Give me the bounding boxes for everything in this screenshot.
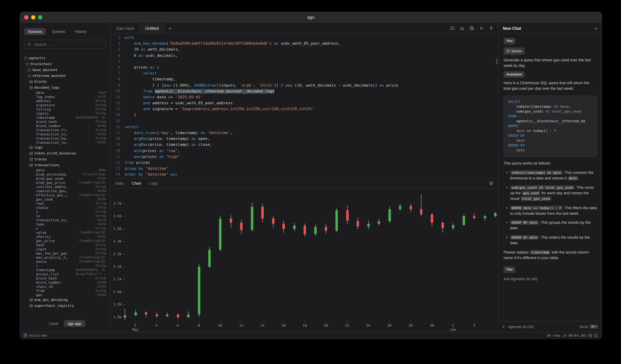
- tree-column[interactable]: transaction_fr…String: [20, 128, 110, 132]
- attach-button[interactable]: +: [502, 324, 505, 329]
- tree-column[interactable]: effective_gas_…FixedString(32): [20, 193, 110, 197]
- tree-column[interactable]: transaction_in…Int32: [20, 140, 110, 144]
- tree-column[interactable]: blob_versioned…Array(String): [20, 172, 110, 176]
- tree-table-blocks[interactable]: blocks: [20, 79, 110, 84]
- tree-column[interactable]: dateDate: [20, 90, 110, 95]
- tree-column[interactable]: chain_idInt32: [20, 284, 110, 288]
- tree-column[interactable]: transaction_in…Int32: [20, 218, 110, 222]
- tree-column[interactable]: vString: [20, 226, 110, 230]
- tree-column[interactable]: blob_gas_priceFixedString(32): [20, 181, 110, 185]
- tree-column[interactable]: block_hashString: [20, 276, 110, 280]
- columns-icon[interactable]: [450, 26, 455, 31]
- tree-table-decoded_logs[interactable]: decoded_logs: [20, 84, 110, 90]
- tree-column[interactable]: nonceFixedString(32): [20, 259, 110, 264]
- results-tab-logs[interactable]: Logs: [149, 181, 158, 185]
- tree-column[interactable]: inputsString: [20, 111, 110, 115]
- tree-column[interactable]: statusInt32: [20, 205, 110, 210]
- lightning-icon[interactable]: [489, 26, 493, 31]
- tree-column[interactable]: contract_addre…String: [20, 185, 110, 189]
- code-line: 15: [111, 118, 498, 124]
- results-tab-data[interactable]: Data: [115, 181, 123, 185]
- tree-column[interactable]: hashString: [20, 243, 110, 247]
- tree-column[interactable]: max_fee_per_gasString: [20, 251, 110, 255]
- new-chat-button[interactable]: +: [595, 25, 597, 31]
- close-button[interactable]: [24, 15, 28, 19]
- tree-column[interactable]: toString: [20, 214, 110, 218]
- new-tab-button[interactable]: +: [165, 23, 175, 33]
- sql-editor[interactable]: 1with2 evm_hex_decode('0x8ad599c3a0ff1de…: [111, 33, 498, 178]
- scissors-icon[interactable]: [460, 26, 464, 31]
- send-label: Send: [579, 325, 588, 329]
- tree-table-evm_abi_decoding[interactable]: evm_abi_decoding: [20, 297, 110, 303]
- desktop: agx SourcesQueriesHistory agnosticblockc…: [0, 0, 621, 364]
- sidebar-footer-agx-app[interactable]: agx.app: [64, 320, 85, 327]
- context-chip-blocks[interactable]: blocks: [503, 47, 525, 54]
- sidebar-footer-local[interactable]: Local: [45, 320, 62, 327]
- rows-panel-icon[interactable]: [588, 333, 592, 337]
- code-line: 21 max(price) as "high": [111, 154, 498, 160]
- ask-placeholder[interactable]: Ask Agnostic AI (v0): [503, 276, 597, 282]
- tree-column[interactable]: gas_priceFixedString(32): [20, 239, 110, 243]
- model-selector[interactable]: Agnostic AI (v0): [508, 325, 534, 329]
- tree-table-transactions[interactable]: transactions: [20, 162, 110, 168]
- tree-column[interactable]: rString: [20, 264, 110, 268]
- tree-column[interactable]: sString: [20, 210, 110, 214]
- tree-column[interactable]: block_hashString: [20, 119, 110, 124]
- tree-column[interactable]: inputString: [20, 247, 110, 251]
- tree-column[interactable]: cumulative_gas…Int64: [20, 189, 110, 193]
- tree-column[interactable]: rootString: [20, 201, 110, 205]
- column-type: String: [95, 112, 106, 115]
- sidebar-tab-queries[interactable]: Queries: [48, 28, 69, 35]
- zoom-button[interactable]: [38, 15, 42, 19]
- tree-folder-ethereum_mainnet[interactable]: ethereum_mainnet: [20, 73, 110, 79]
- run-icon[interactable]: [479, 26, 484, 31]
- tree-column[interactable]: timestampDateTime64(6, 'U…: [20, 115, 110, 119]
- tree-column[interactable]: transaction_st…Int32: [20, 132, 110, 136]
- tab-untitled[interactable]: Untitled: [140, 23, 165, 33]
- tree-table-superchain_registry[interactable]: superchain_registry: [20, 303, 110, 309]
- candle: [251, 207, 253, 230]
- y-axis-label: 1.8k: [111, 315, 122, 319]
- candle: [431, 214, 433, 223]
- tree-table-token_erc20_balances[interactable]: token_erc20_balances: [20, 150, 110, 156]
- gear-icon[interactable]: [489, 181, 493, 185]
- tree-column[interactable]: blob_gas_usedInt64: [20, 176, 110, 181]
- tree-column[interactable]: block_numberInt64: [20, 124, 110, 128]
- inline-code: sum(gas_used) AS total_gas_used: [510, 185, 574, 190]
- tree-column[interactable]: log_indexInt32: [20, 95, 110, 99]
- tree-column[interactable]: fromString: [20, 288, 110, 293]
- tab-gas-used[interactable]: Gas Used: [111, 23, 140, 33]
- line-number: 3: [111, 47, 120, 52]
- terminal-icon[interactable]: [594, 333, 598, 337]
- tree-column[interactable]: access_listArray(Tuple('1' …: [20, 272, 110, 276]
- minimize-button[interactable]: [31, 15, 35, 19]
- tree-column[interactable]: timestampDateTime64(6, 'U…: [20, 268, 110, 272]
- search-input[interactable]: [34, 42, 103, 47]
- tree-column[interactable]: gasInt64: [20, 293, 110, 297]
- tree-folder-base_mainnet[interactable]: base_mainnet: [20, 67, 110, 73]
- tree-column[interactable]: signatureString: [20, 103, 110, 107]
- sidebar-tab-sources[interactable]: Sources: [24, 28, 46, 35]
- tree-column[interactable]: valueFixedString(32): [20, 230, 110, 234]
- search-box[interactable]: [24, 40, 106, 49]
- save-icon[interactable]: [469, 26, 474, 31]
- tree-column[interactable]: typeInt32: [20, 222, 110, 226]
- tree-column[interactable]: yParityInt32: [20, 234, 110, 239]
- tree-column[interactable]: gas_usedInt64: [20, 197, 110, 201]
- editor-scrollbar-thumb[interactable]: [496, 59, 497, 65]
- tree-table-traces[interactable]: traces: [20, 156, 110, 162]
- tree-column[interactable]: dateDate: [20, 168, 110, 172]
- tree-column[interactable]: block_numberInt64: [20, 280, 110, 284]
- results-tab-chart[interactable]: Chart: [132, 181, 141, 185]
- code-line: ORDER BY: [508, 143, 592, 148]
- tree-column[interactable]: max_priority_f…FixedString(32): [20, 255, 110, 259]
- sidebar-tab-history[interactable]: History: [71, 28, 90, 35]
- folder-icon: [24, 56, 28, 60]
- send-button[interactable]: Send ⌘↵: [579, 325, 598, 329]
- tree-column[interactable]: transaction_ha…String: [20, 136, 110, 140]
- tree-folder-agnostic[interactable]: agnostic: [20, 55, 110, 61]
- tree-folder-blockchain[interactable]: blockchain: [20, 61, 110, 67]
- tree-column[interactable]: fullsigString: [20, 107, 110, 111]
- tree-table-logs[interactable]: logs: [20, 144, 110, 150]
- tree-column[interactable]: addressString: [20, 99, 110, 103]
